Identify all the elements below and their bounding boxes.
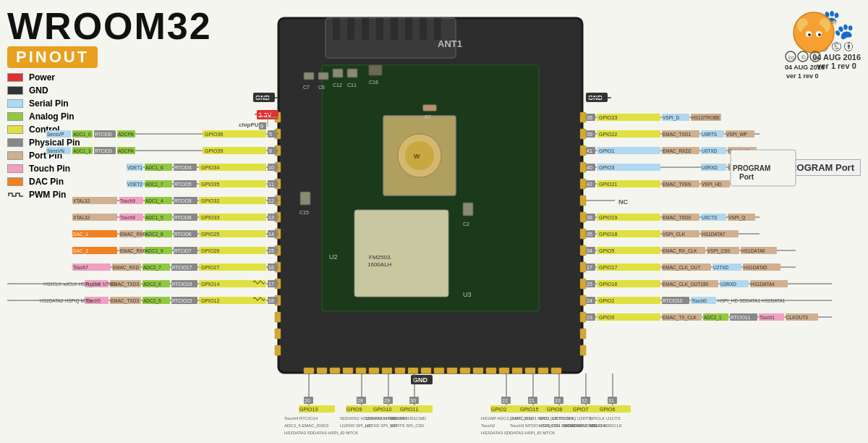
ant1-label: ANT1 [438,38,462,49]
svg-rect-51 [499,368,509,374]
svg-text:C11: C11 [347,83,357,88]
svg-text:RTCIO6: RTCIO6 [174,232,192,237]
svg-text:GPIO7: GPIO7 [573,407,589,412]
svg-text:RTCIO11: RTCIO11 [731,315,751,320]
svg-rect-41 [369,368,379,374]
svg-text:18: 18 [268,298,274,303]
svg-text:GPIO16: GPIO16 [599,282,617,287]
svg-text:VSPI_CS0: VSPI_CS0 [707,248,730,254]
svg-text:17: 17 [268,282,274,287]
svg-text:42: 42 [587,182,592,187]
svg-text:04 AUG 2016: 04 AUG 2016 [785,64,825,71]
svg-rect-79 [580,245,586,256]
svg-text:HS2DATA2 HSPIQ MTDI: HS2DATA2 HSPIQ MTDI [40,298,93,304]
svg-text:RTCIO17: RTCIO17 [172,265,192,270]
svg-text:GPIO3: GPIO3 [599,165,615,170]
svg-text:GPIO17: GPIO17 [599,265,617,270]
svg-text:38: 38 [587,215,592,220]
svg-text:GPIO10: GPIO10 [373,407,391,412]
svg-text:HSPI_HD SDDATA1 HS2DATA1: HSPI_HD SDDATA1 HS2DATA1 [718,298,786,304]
svg-text:DAC_1: DAC_1 [73,232,88,237]
svg-rect-80 [580,262,586,272]
svg-text:W: W [414,153,420,160]
svg-rect-8 [420,18,427,40]
svg-rect-50 [486,368,496,374]
svg-text:ADC2_1: ADC2_1 [704,315,722,321]
svg-rect-70 [275,345,281,355]
svg-text:Touch7: Touch7 [73,265,88,270]
svg-text:ADC1_6: ADC1_6 [145,165,163,171]
svg-text:GPIO12: GPIO12 [201,298,219,303]
svg-text:16: 16 [268,265,274,270]
svg-text:ADC2_6: ADC2_6 [143,282,161,287]
svg-text:R7: R7 [425,114,431,119]
svg-text:ADCPA: ADCPA [118,132,135,137]
svg-text:EMAC_TXD1: EMAC_TXD1 [663,132,691,138]
svg-rect-40 [356,368,366,374]
svg-text:GPIO34: GPIO34 [201,165,219,170]
svg-text:SPID U2CTS: SPID U2CTS [539,416,564,421]
svg-text:10: 10 [268,165,274,170]
svg-rect-84 [580,329,586,339]
svg-rect-7 [405,18,412,40]
svg-rect-45 [421,368,431,374]
svg-text:PROGRAM: PROGRAM [733,164,770,172]
svg-text:ADC1_3: ADC1_3 [73,148,91,154]
svg-text:27: 27 [587,265,592,270]
svg-text:C7: C7 [303,85,310,90]
svg-text:VSPI_WP: VSPI_WP [726,132,747,138]
svg-text:U1RTS SPI_CS0: U1RTS SPI_CS0 [391,423,425,428]
svg-text:RTCIO8: RTCIO8 [174,215,192,220]
svg-text:EMAC_CLK_OUT: EMAC_CLK_OUT [663,265,700,271]
svg-text:34: 34 [587,248,592,253]
svg-text:U2: U2 [329,253,338,261]
pin-diagram-svg: ANT1 FM2503. 1600ALH W C7 C6 C12 C11 C18… [0,0,868,443]
svg-rect-6 [391,18,398,40]
svg-rect-69 [275,329,281,339]
svg-text:1600ALH: 1600ALH [367,261,392,268]
svg-text:FM2503.: FM2503. [369,254,392,261]
svg-text:41: 41 [587,148,592,153]
svg-text:GPIO6: GPIO6 [600,407,616,412]
svg-text:SPICLK U1CTS: SPICLK U1CTS [590,416,621,421]
svg-text:SensVP: SensVP [47,132,64,137]
svg-rect-73 [580,145,586,156]
svg-text:GPIO36: GPIO36 [205,132,223,137]
svg-text:U0RXD: U0RXD [702,165,718,170]
svg-text:EMAC_RX_CLK: EMAC_RX_CLK [663,248,697,254]
svg-text:GPIO14: GPIO14 [201,282,219,287]
svg-text:ADC2_4 EMAC_RXD3: ADC2_4 EMAC_RXD3 [284,423,329,428]
svg-text:CLKOUT3: CLKOUT3 [786,315,808,320]
svg-text:29: 29 [384,398,390,403]
svg-text:GPIO23: GPIO23 [599,115,617,120]
svg-text:32: 32 [582,398,587,403]
svg-text:GPIO8: GPIO8 [547,407,563,412]
svg-rect-71 [580,112,586,122]
svg-text:Touch1: Touch1 [760,315,775,320]
svg-text:GPIO35: GPIO35 [201,182,219,187]
svg-text:EMAC_TXD3: EMAC_TXD3 [111,298,139,304]
svg-text:GPIO32: GPIO32 [201,198,219,203]
svg-text:SPIQ U2RTS: SPIQ U2RTS [566,416,592,421]
svg-text:30: 30 [410,398,416,403]
svg-text:ADC1_4: ADC1_4 [145,198,163,204]
svg-rect-47 [447,368,457,374]
svg-text:5: 5 [269,132,272,137]
svg-rect-20 [318,72,328,80]
svg-text:SensVN: SensVN [47,148,64,153]
svg-text:EMAC_TX_CLK: EMAC_TX_CLK [663,315,697,321]
svg-text:Port: Port [739,173,754,181]
svg-rect-76 [580,195,586,206]
svg-rect-74 [580,162,586,172]
svg-text:GPIO18: GPIO18 [599,232,617,237]
svg-rect-2 [333,18,340,40]
svg-text:28: 28 [357,398,363,403]
svg-text:GPIO2: GPIO2 [491,407,507,412]
svg-rect-28 [423,105,436,111]
svg-text:VDET2: VDET2 [127,182,142,187]
svg-text:GPIO26: GPIO26 [201,248,219,253]
svg-text:chipPU: chipPU [239,122,259,128]
svg-text:U2RXD: U2RXD [720,282,736,287]
svg-rect-68 [275,312,281,322]
svg-text:GPIO21: GPIO21 [599,182,617,187]
